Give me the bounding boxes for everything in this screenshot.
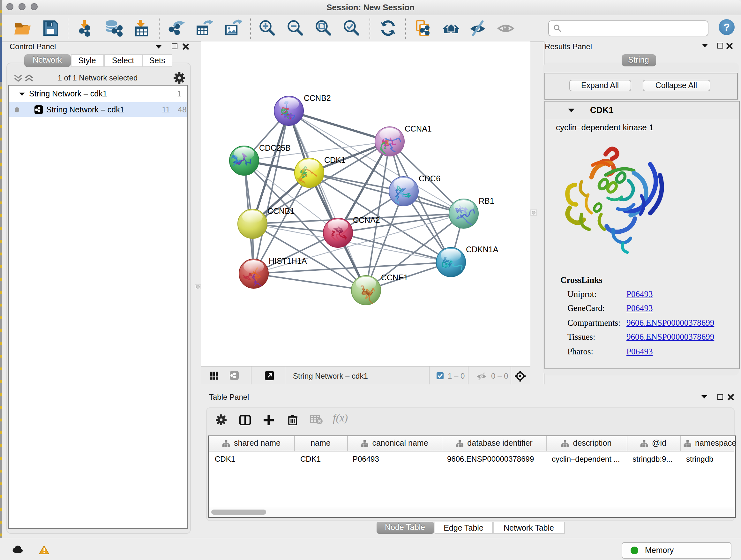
svg-text:CCNA2: CCNA2 — [353, 215, 380, 225]
svg-text:CCNA1: CCNA1 — [404, 124, 431, 133]
svg-text:CCNB1: CCNB1 — [267, 206, 294, 215]
svg-text:CDKN1A: CDKN1A — [466, 245, 498, 254]
svg-text:CDC6: CDC6 — [418, 174, 440, 183]
svg-text:CDK1: CDK1 — [324, 155, 345, 165]
svg-text:RB1: RB1 — [478, 196, 494, 205]
svg-text:HIST1H1A: HIST1H1A — [268, 256, 307, 265]
svg-text:CCNB2: CCNB2 — [304, 94, 331, 103]
svg-text:CDC25B: CDC25B — [259, 143, 290, 152]
svg-text:CCNE1: CCNE1 — [381, 273, 408, 282]
